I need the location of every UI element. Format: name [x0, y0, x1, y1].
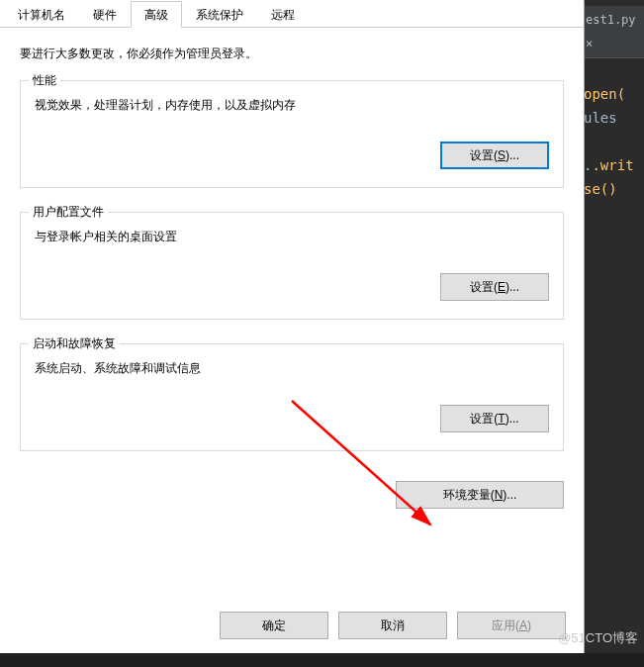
cancel-button[interactable]: 取消 — [338, 612, 447, 639]
code-line: se() — [580, 177, 644, 201]
admin-info-text: 要进行大多数更改，你必须作为管理员登录。 — [20, 46, 564, 62]
close-icon[interactable]: × — [586, 37, 593, 50]
dialog-button-bar: 确定 取消 应用(A) — [0, 612, 584, 639]
tab-system-protection[interactable]: 系统保护 — [182, 1, 257, 28]
taskbar[interactable] — [0, 653, 644, 667]
user-profile-settings-button[interactable]: 设置(E)... — [440, 273, 549, 301]
group-title: 用户配置文件 — [29, 204, 108, 221]
startup-recovery-group: 启动和故障恢复 系统启动、系统故障和调试信息 设置(T)... — [20, 343, 564, 451]
code-editor-background: est1.py × open( ules ..writ se() — [580, 0, 644, 667]
group-title: 启动和故障恢复 — [29, 335, 120, 352]
code-line: ules — [580, 106, 644, 130]
startup-settings-button[interactable]: 设置(T)... — [440, 405, 549, 432]
system-properties-dialog: 计算机名 硬件 高级 系统保护 远程 要进行大多数更改，你必须作为管理员登录。 … — [0, 0, 585, 653]
environment-variables-button[interactable]: 环境变量(N)... — [396, 481, 564, 509]
editor-tab[interactable]: est1.py × — [580, 6, 644, 58]
tab-hardware[interactable]: 硬件 — [79, 1, 131, 28]
performance-settings-button[interactable]: 设置(S)... — [440, 142, 549, 169]
dialog-content: 要进行大多数更改，你必须作为管理员登录。 性能 视觉效果，处理器计划，内存使用，… — [0, 28, 584, 509]
tab-remote[interactable]: 远程 — [257, 1, 309, 28]
dialog-tabs: 计算机名 硬件 高级 系统保护 远程 — [0, 0, 584, 28]
group-desc: 视觉效果，处理器计划，内存使用，以及虚拟内存 — [35, 97, 549, 114]
group-title: 性能 — [29, 72, 60, 89]
watermark: @51CTO博客 — [558, 629, 638, 647]
group-desc: 与登录帐户相关的桌面设置 — [35, 229, 549, 245]
apply-button[interactable]: 应用(A) — [457, 612, 566, 639]
tab-computer-name[interactable]: 计算机名 — [4, 1, 79, 28]
group-desc: 系统启动、系统故障和调试信息 — [35, 360, 549, 377]
performance-group: 性能 视觉效果，处理器计划，内存使用，以及虚拟内存 设置(S)... — [20, 80, 564, 188]
code-line: open( — [580, 82, 644, 106]
user-profile-group: 用户配置文件 与登录帐户相关的桌面设置 设置(E)... — [20, 212, 564, 320]
ok-button[interactable]: 确定 — [220, 612, 328, 639]
code-line: ..writ — [580, 153, 644, 177]
tab-advanced[interactable]: 高级 — [131, 1, 182, 28]
